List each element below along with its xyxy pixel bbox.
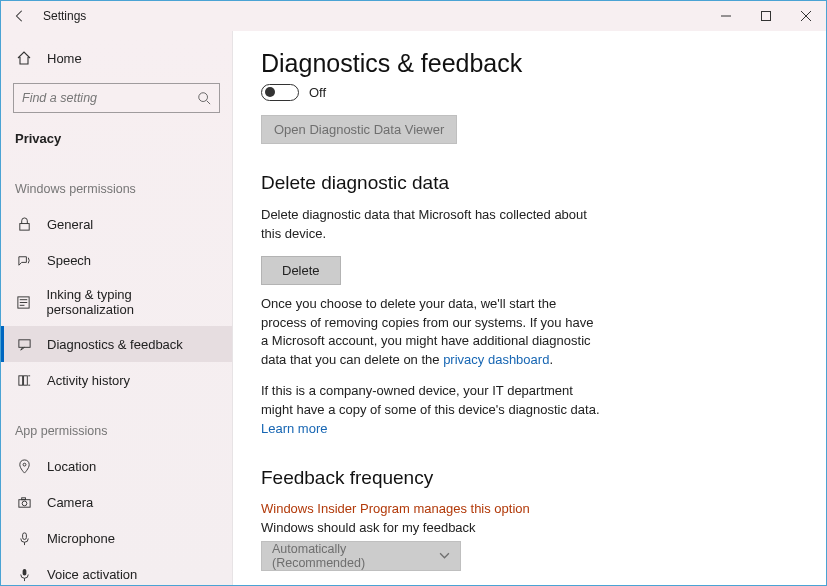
sidebar-item-label: Activity history (47, 373, 130, 388)
maximize-button[interactable] (746, 2, 786, 30)
chevron-down-icon (439, 550, 450, 561)
delete-description: Delete diagnostic data that Microsoft ha… (261, 206, 601, 244)
sidebar-item-label: Camera (47, 495, 93, 510)
text: . (549, 352, 553, 367)
svg-point-4 (199, 93, 208, 102)
minimize-button[interactable] (706, 2, 746, 30)
location-icon (15, 457, 33, 475)
toggle-knob (265, 87, 275, 97)
svg-rect-13 (23, 375, 27, 384)
delete-heading: Delete diagnostic data (261, 172, 798, 194)
sidebar-item-diagnostics[interactable]: Diagnostics & feedback (1, 326, 232, 362)
home-icon (15, 49, 33, 67)
svg-rect-12 (18, 375, 22, 384)
sidebar-item-label: Speech (47, 253, 91, 268)
sidebar-item-label: Diagnostics & feedback (47, 337, 183, 352)
window-title: Settings (43, 9, 86, 23)
svg-rect-20 (22, 532, 26, 539)
home-nav[interactable]: Home (1, 43, 232, 73)
svg-rect-6 (19, 223, 28, 230)
sidebar-item-activity-history[interactable]: Activity history (1, 362, 232, 398)
sidebar-item-label: Microphone (47, 531, 115, 546)
speech-icon (15, 251, 33, 269)
feedback-frequency-select[interactable]: Automatically (Recommended) (261, 541, 461, 571)
svg-point-16 (23, 463, 26, 466)
page-title: Diagnostics & feedback (261, 49, 798, 78)
lock-icon (15, 215, 33, 233)
body: Home Privacy Windows permissions General… (1, 31, 826, 585)
feedback-subtext: Windows should ask for my feedback (261, 520, 798, 535)
feedback-heading: Feedback frequency (261, 467, 798, 489)
sidebar-item-camera[interactable]: Camera (1, 484, 232, 520)
search-input[interactable] (22, 91, 191, 105)
sidebar-item-label: Location (47, 459, 96, 474)
inking-icon (15, 293, 33, 311)
learn-more-link[interactable]: Learn more (261, 420, 327, 439)
svg-rect-19 (21, 497, 25, 499)
search-icon (197, 91, 211, 105)
search-box[interactable] (13, 83, 220, 113)
sidebar-item-label: Voice activation (47, 567, 137, 582)
delete-detail-paragraph: Once you choose to delete your data, we'… (261, 295, 601, 370)
delete-button[interactable]: Delete (261, 256, 341, 285)
camera-icon (15, 493, 33, 511)
voice-activation-icon (15, 565, 33, 583)
sidebar-item-location[interactable]: Location (1, 448, 232, 484)
microphone-icon (15, 529, 33, 547)
window-controls (706, 2, 826, 30)
settings-window: Settings Home Privacy Windows permiss (0, 0, 827, 586)
titlebar: Settings (1, 1, 826, 31)
svg-rect-11 (18, 339, 29, 347)
history-icon (15, 371, 33, 389)
company-device-paragraph: If this is a company-owned device, your … (261, 382, 601, 439)
svg-line-5 (207, 101, 211, 105)
sidebar-item-speech[interactable]: Speech (1, 242, 232, 278)
sidebar-item-voice-activation[interactable]: Voice activation (1, 556, 232, 585)
toggle-state-label: Off (309, 85, 326, 100)
text: If this is a company-owned device, your … (261, 383, 600, 417)
content-area: Diagnostics & feedback Off Open Diagnost… (233, 31, 826, 585)
toggle-row: Off (261, 84, 798, 101)
close-button[interactable] (786, 2, 826, 30)
group-header-app-permissions: App permissions (1, 416, 232, 448)
svg-point-18 (22, 501, 27, 506)
svg-rect-21 (22, 568, 26, 575)
home-label: Home (47, 51, 82, 66)
sidebar-item-microphone[interactable]: Microphone (1, 520, 232, 556)
insider-program-note: Windows Insider Program manages this opt… (261, 501, 798, 516)
select-value: Automatically (Recommended) (272, 542, 439, 570)
sidebar-item-general[interactable]: General (1, 206, 232, 242)
sidebar-item-label: General (47, 217, 93, 232)
sidebar-item-inking[interactable]: Inking & typing personalization (1, 278, 232, 326)
sidebar: Home Privacy Windows permissions General… (1, 31, 233, 585)
group-header-windows-permissions: Windows permissions (1, 174, 232, 206)
back-button[interactable] (9, 5, 31, 27)
svg-rect-1 (762, 12, 771, 21)
open-diagnostic-viewer-button[interactable]: Open Diagnostic Data Viewer (261, 115, 457, 144)
feedback-icon (15, 335, 33, 353)
privacy-dashboard-link[interactable]: privacy dashboard (443, 351, 549, 370)
current-section-label: Privacy (1, 125, 232, 152)
sidebar-item-label: Inking & typing personalization (47, 287, 219, 317)
diagnostic-viewer-toggle[interactable] (261, 84, 299, 101)
